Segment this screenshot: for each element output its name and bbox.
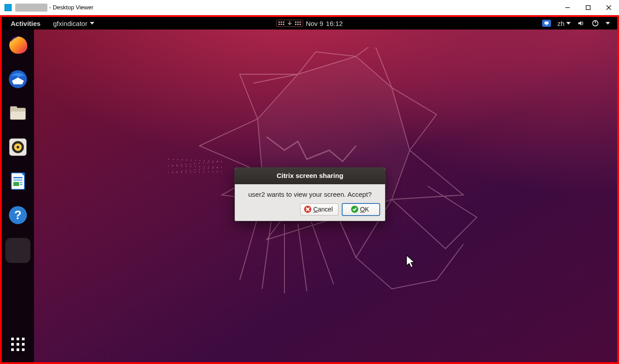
svg-rect-23 (20, 184, 22, 185)
citrix-app-icon (4, 4, 12, 11)
app-menu-button[interactable]: gfxindicator (47, 20, 101, 27)
grip-icon (295, 21, 301, 25)
system-status-area[interactable]: zh (542, 19, 615, 27)
svg-rect-20 (13, 179, 22, 181)
clock-date: Nov 9 (306, 20, 323, 27)
screen-sharing-dialog: Citrix screen sharing user2 wants to vie… (234, 167, 386, 221)
clock-time: 16:12 (326, 20, 343, 27)
dialog-title: Citrix screen sharing (235, 168, 385, 184)
dock-rhythmbox[interactable] (7, 136, 29, 158)
dock-libreoffice-writer[interactable] (7, 170, 29, 192)
grip-icon (279, 21, 284, 25)
chevron-down-icon (606, 22, 610, 25)
svg-rect-4 (545, 21, 549, 24)
host-window-title: - Desktop Viewer (49, 4, 93, 11)
ok-button-label: OK (360, 206, 369, 213)
citrix-viewer-frame: Activities gfxindicator Nov 9 16:12 zh (0, 15, 619, 364)
host-window-titlebar: - Desktop Viewer (0, 0, 619, 15)
clock-area[interactable]: Nov 9 16:12 (276, 20, 343, 27)
ok-icon (351, 206, 358, 213)
cancel-button[interactable]: Cancel (300, 203, 339, 216)
activities-button[interactable]: Activities (4, 20, 47, 27)
show-applications-button[interactable] (9, 335, 27, 353)
svg-text:?: ? (14, 208, 21, 222)
thunderbird-icon (8, 69, 28, 89)
input-source-button[interactable]: zh (557, 20, 571, 27)
gnome-top-bar: Activities gfxindicator Nov 9 16:12 zh (2, 17, 617, 30)
svg-rect-19 (13, 177, 22, 178)
wallpaper: Citrix screen sharing user2 wants to vie… (34, 30, 617, 362)
dock-thunderbird[interactable] (7, 68, 29, 90)
svg-rect-17 (11, 173, 24, 190)
svg-line-30 (298, 224, 307, 291)
svg-point-16 (17, 146, 19, 148)
svg-line-31 (311, 222, 334, 284)
files-icon (8, 103, 28, 123)
dock-firefox[interactable] (7, 34, 29, 56)
cancel-icon (304, 206, 311, 213)
svg-rect-1 (586, 5, 590, 9)
dock-files[interactable] (7, 102, 29, 124)
power-icon[interactable] (591, 19, 599, 27)
speaker-icon (8, 137, 28, 157)
minimize-button[interactable] (557, 0, 578, 15)
svg-rect-5 (546, 25, 548, 25)
volume-icon[interactable] (577, 19, 585, 27)
document-icon (8, 171, 28, 191)
dialog-message: user2 wants to view your screen. Accept? (235, 184, 385, 203)
dock-running-app[interactable] (5, 238, 30, 263)
app-menu-label: gfxindicator (53, 20, 88, 27)
svg-rect-12 (10, 106, 17, 110)
dock: ? (2, 30, 34, 362)
chevron-down-icon (566, 22, 571, 25)
input-source-label: zh (557, 20, 564, 27)
maximize-button[interactable] (578, 0, 598, 15)
svg-line-28 (262, 222, 271, 289)
firefox-icon (8, 35, 28, 55)
ok-button[interactable]: OK (342, 203, 380, 216)
desktop: ? Cit (2, 30, 617, 362)
dialog-button-row: Cancel OK (235, 203, 385, 221)
citrix-toolbar-notch[interactable] (276, 20, 303, 27)
help-icon: ? (8, 205, 28, 225)
cancel-button-label: Cancel (313, 206, 333, 213)
dock-help[interactable]: ? (7, 204, 29, 226)
svg-rect-22 (20, 182, 22, 183)
screen-share-indicator-icon[interactable] (542, 20, 551, 27)
session-name-redacted (15, 4, 47, 12)
pin-down-icon (287, 21, 293, 26)
svg-rect-21 (13, 182, 19, 186)
chevron-down-icon (90, 22, 94, 25)
svg-line-27 (240, 217, 258, 280)
close-button[interactable] (598, 0, 619, 15)
